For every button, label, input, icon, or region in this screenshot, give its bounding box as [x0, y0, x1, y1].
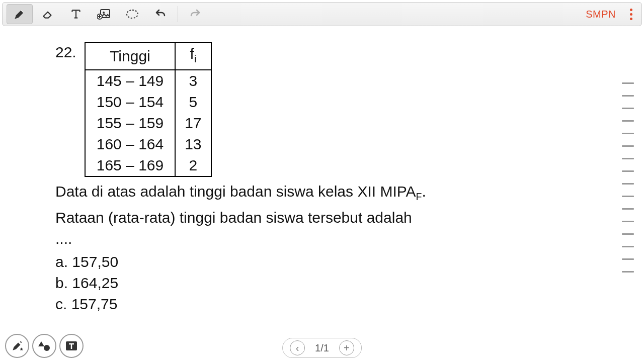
table-header-fi: fi: [175, 43, 211, 70]
svg-point-1: [103, 12, 105, 14]
lasso-icon: [125, 9, 139, 20]
more-menu-button[interactable]: [625, 9, 637, 20]
pen-star-icon: [11, 339, 24, 352]
toolbar-separator: [178, 6, 178, 22]
page-indicator: 1/1: [315, 342, 329, 354]
option-b: b. 164,25: [55, 273, 426, 294]
redo-icon: [189, 8, 201, 20]
shape-preset-button[interactable]: [32, 334, 56, 358]
redo-button[interactable]: [182, 4, 208, 24]
add-page-button[interactable]: +: [339, 340, 354, 355]
chevron-left-icon: ‹: [296, 343, 299, 353]
more-icon: [630, 9, 632, 11]
lasso-tool[interactable]: [119, 4, 145, 24]
page-canvas: 22. Tinggi fi 145 – 1493 150 – 1545 155 …: [0, 30, 644, 362]
margin-ticks: [622, 82, 634, 273]
undo-icon: [154, 8, 167, 20]
plus-icon: +: [344, 343, 350, 353]
text-box-icon: [65, 339, 78, 352]
table-header-tinggi: Tinggi: [85, 43, 175, 70]
text-icon: [69, 8, 83, 21]
question-body: Data di atas adalah tinggi badan siswa k…: [55, 181, 426, 249]
table-row: 145 – 1493: [85, 70, 211, 92]
add-image-icon: [97, 8, 111, 20]
eraser-tool[interactable]: [35, 4, 61, 24]
eraser-icon: [41, 8, 54, 21]
text-preset-button[interactable]: [59, 334, 84, 358]
table-row: 155 – 15917: [85, 113, 211, 134]
option-a: a. 157,50: [55, 251, 426, 273]
question-number: 22.: [55, 42, 76, 62]
table-row: 165 – 1692: [85, 155, 211, 176]
prev-page-button[interactable]: ‹: [290, 340, 305, 355]
undo-button[interactable]: [147, 4, 174, 24]
option-c: c. 157,75: [55, 294, 426, 315]
pen-icon: [13, 8, 26, 21]
add-image-tool[interactable]: [91, 4, 117, 24]
answer-options: a. 157,50 b. 164,25 c. 157,75: [55, 251, 426, 315]
table-row: 150 – 1545: [85, 92, 211, 113]
brand-label: SMPN: [586, 9, 616, 20]
top-toolbar: SMPN: [2, 2, 642, 26]
shapes-icon: [38, 339, 51, 352]
pen-preset-button[interactable]: [5, 334, 29, 358]
table-row: 160 – 16413: [85, 134, 211, 155]
document-content: 22. Tinggi fi 145 – 1493 150 – 1545 155 …: [55, 42, 426, 315]
floating-tools: [5, 334, 84, 358]
svg-point-3: [44, 345, 50, 351]
frequency-table: Tinggi fi 145 – 1493 150 – 1545 155 – 15…: [85, 42, 212, 177]
text-tool[interactable]: [63, 4, 89, 24]
pen-tool[interactable]: [7, 4, 33, 24]
page-navigator: ‹ 1/1 +: [282, 338, 362, 358]
